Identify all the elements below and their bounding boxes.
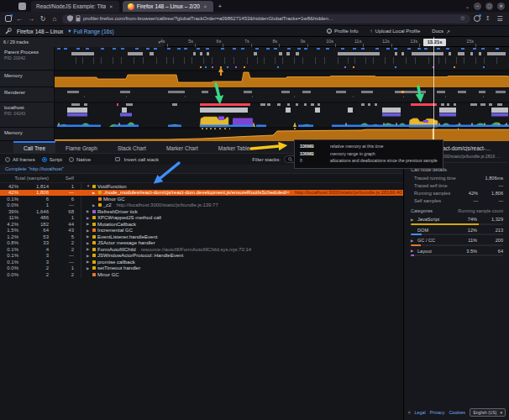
detail-row: Self samples—— [404,197,508,204]
tracks-dropdown[interactable]: 6 / 29 tracks ▾ [0,37,164,47]
upload-icon: ↑ [370,29,373,34]
category-row-dom[interactable]: DOM12%213 [404,227,508,238]
call-tree-row[interactable]: 11%4861▶XPCWrappedJS method call [0,215,403,222]
dismiss-icon[interactable]: ✕ [407,410,412,415]
column-self[interactable]: Self [49,176,74,181]
call-tree-row[interactable]: 0.0%21▶setTimeout handler [0,265,403,272]
forward-icon[interactable]: → [27,15,35,23]
close-button[interactable]: ✕ [497,3,505,10]
expand-icon[interactable]: ▶ [87,228,91,233]
ruler-tick: 7s [233,39,249,44]
new-tab-button[interactable]: + [218,3,223,10]
menu-icon[interactable]: ☰ [496,15,504,23]
call-tree-row[interactable]: 1.2%535▶EventListener.handleEvent [0,234,403,240]
category-row-layout[interactable]: ▶Layout3.5%64 [404,248,508,259]
category-row-javascript[interactable]: ▶JavaScript74%1,329 [404,216,508,227]
tab-call-tree[interactable]: Call Tree [13,141,55,153]
expand-icon[interactable]: ▶ [87,209,91,213]
expand-icon[interactable]: ▶ [87,266,91,270]
range-selector[interactable]: ▾ Full Range (16s) [68,28,113,34]
track-label-renderer[interactable]: Renderer [0,87,55,102]
tab-close-icon[interactable]: ✕ [202,4,208,9]
filter-script[interactable]: Script [42,157,62,162]
browser-tab-react-nodejs[interactable]: React/NodeJS Example: Tita ✕ [31,1,119,12]
tab-overview-icon[interactable] [5,15,12,22]
home-icon[interactable]: ⌂ [50,15,59,23]
url-bar[interactable]: profiler.firefox.com/from-browser/calltr… [62,14,470,24]
expand-icon[interactable]: ▶ [411,218,415,222]
category-row-gc-cc[interactable]: ▶GC / CC11%200 [404,237,508,248]
share-icon[interactable]: ↥ [484,15,492,22]
call-tree-row[interactable]: 0.0%1—▶_c2http://localhost:3000/static/j… [0,202,403,209]
expand-icon[interactable]: ▼ [87,184,91,188]
call-tree-row[interactable]: 42%1,8141▼VoidFunction [0,183,403,190]
expand-icon[interactable]: ▶ [87,241,91,245]
tab-close-icon[interactable]: ✕ [108,4,114,9]
track-label-memory[interactable]: Memory [0,128,55,141]
chevron-down-icon: ▾ [68,28,71,34]
function-name: Minor GC [97,272,119,277]
call-tree-row[interactable]: 0.1%66Minor GC [0,196,403,202]
bookmark-star-icon[interactable]: ☆ [460,15,465,22]
call-tree-row[interactable]: 0.1%3—▶promise callback [0,259,403,265]
tab-marker-table[interactable]: Marker Table [208,141,260,153]
profile-name: Firefox 148 – Linux [17,29,63,34]
call-tree-row[interactable]: 4.2%18244▶MutationCallback [0,221,403,228]
tooltip-row: 8allocations and deallocations since the… [300,157,438,165]
docs-link[interactable]: Docs ↗ [432,29,450,34]
pinned-tab-icon[interactable] [18,3,26,10]
hover-time-indicator: 13.21s [423,39,446,46]
filter-native[interactable]: Native [69,157,91,162]
shield-icon[interactable] [67,15,73,22]
tab-list-chevron-icon[interactable]: ⌄ [465,3,470,9]
chevron-down-icon: ▾ [500,410,502,415]
tab-marker-chart[interactable]: Marker Chart [156,141,208,153]
filter-all-frames[interactable]: All frames [5,157,35,162]
expand-icon[interactable]: ▶ [411,239,415,243]
tab-title: Firefox 148 – Linux – 2/20 [137,3,200,9]
call-tree-row[interactable]: 1.5%6443▶Incremental GC [0,228,403,234]
call-tree-row[interactable]: 39%1,64668▶RefreshDriver tick [0,208,403,215]
expand-icon[interactable]: ▶ [87,222,91,226]
jank-marker[interactable] [200,103,250,106]
footer-link-cookies[interactable]: Cookies [449,410,464,415]
invert-call-stack-checkbox[interactable] [115,157,120,162]
expand-icon[interactable]: ▶ [87,260,91,264]
call-tree-row[interactable]: 0.0%22Minor GC [0,271,403,278]
upload-local-profile-button[interactable]: ↑ Upload Local Profile [370,29,421,34]
profile-info-button[interactable]: i Profile Info [327,29,359,34]
footer-link-legal[interactable]: Legal [415,410,426,415]
tab-flame-graph[interactable]: Flame Graph [55,141,108,153]
detail-row: Running samples42%1,806 [404,189,508,197]
expand-icon[interactable]: ▶ [92,203,97,207]
tab-stack-chart[interactable]: Stack Chart [108,141,156,153]
expand-icon[interactable]: ▶ [87,234,91,239]
maximize-button[interactable]: ▢ [485,3,493,10]
ruler-tick: 13s [401,39,417,44]
column-total[interactable]: Total (samples) [0,176,49,181]
ruler-tick: 15s [457,39,474,44]
track-label-localhost[interactable]: localhostPID: 34243 [0,102,55,128]
profiler-logo-icon [5,28,12,34]
expand-icon[interactable]: ▶ [87,247,91,251]
expand-icon[interactable]: ▶ [87,254,91,258]
browser-tab-profiler[interactable]: Firefox 148 – Linux – 2/20 ✕ [123,1,213,12]
reload-icon[interactable]: ↻ [39,15,47,23]
track-label-parent-process[interactable]: Parent ProcessPID: 20042 [0,47,55,71]
call-tree-row[interactable]: 0.1%3—▶JSWindowActorProtocol::HandleEven… [0,253,403,260]
external-link-icon: ↗ [446,29,450,34]
call-tree-row[interactable]: 42%1,806—▶./node_modules/react-dom/cjs/r… [0,190,403,197]
expand-icon[interactable]: ▶ [87,216,91,220]
expand-icon[interactable]: ▶ [411,249,415,253]
sidebar: …modules/react-dom/cjs/react-… http://lo… [404,141,508,420]
call-tree-row[interactable]: 0.1%42▶FormAutofillChildresource://autof… [0,246,403,253]
function-url: resource://autofill/FormAutofillChild.sy… [141,247,251,252]
minimize-button[interactable]: – [474,3,481,10]
footer-link-privacy[interactable]: Privacy [430,410,445,415]
language-select[interactable]: English (US) ▾ [470,408,506,417]
expand-icon[interactable]: ▶ [92,191,97,195]
account-icon[interactable] [474,15,480,22]
back-icon[interactable]: ← [15,15,24,23]
track-label-memory[interactable]: Memory [0,71,55,87]
call-tree-row[interactable]: 0.8%332▶JSActor message handler [0,240,403,247]
